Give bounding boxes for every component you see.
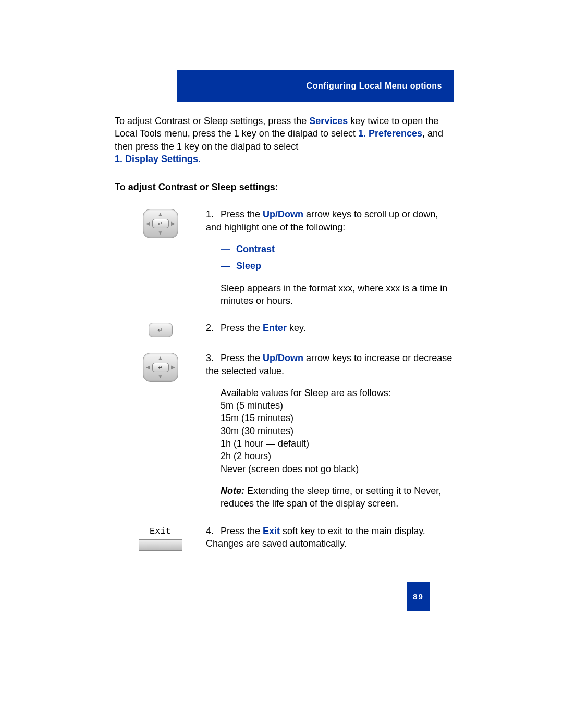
icon-column: ↵ — [115, 322, 206, 337]
sleep-value: 2h (2 hours) — [221, 451, 271, 461]
intro-paragraph: To adjust Contrast or Sleep settings, pr… — [115, 115, 454, 165]
option-contrast: Contrast — [236, 244, 275, 254]
procedure-heading: To adjust Contrast or Sleep settings: — [115, 181, 454, 193]
text: Press the — [221, 526, 263, 536]
dash: — — [221, 243, 236, 255]
step-text: 3.Press the Up/Down arrow keys to increa… — [206, 352, 454, 510]
page-number-box: 89 — [407, 582, 430, 611]
icon-column: Exit — [115, 525, 206, 551]
steps-list: ▲ ▼ ◀ ▶ ↵ 1.Press the Up/Down arrow keys… — [115, 208, 454, 551]
header-bar: Configuring Local Menu options — [177, 70, 454, 102]
sleep-value: 30m (30 minutes) — [221, 426, 293, 436]
arrow-down-icon: ▼ — [158, 374, 163, 379]
header-title: Configuring Local Menu options — [307, 81, 442, 91]
text: key. — [287, 323, 306, 333]
arrow-right-icon: ▶ — [171, 221, 175, 226]
intro-text: To adjust Contrast or Sleep settings, pr… — [115, 116, 309, 126]
content-area: To adjust Contrast or Sleep settings, pr… — [115, 115, 454, 551]
text: Sleep appears in the format xxx, where x… — [221, 282, 454, 307]
enter-key-icon: ↵ — [152, 219, 169, 228]
text: Available values for Sleep are as follow… — [221, 388, 391, 398]
page-number: 89 — [413, 592, 424, 601]
arrow-up-icon: ▲ — [158, 212, 163, 217]
step-text: 1.Press the Up/Down arrow keys to scroll… — [206, 208, 454, 307]
sleep-value: 15m (15 minutes) — [221, 413, 293, 423]
step-row: ▲ ▼ ◀ ▶ ↵ 3.Press the Up/Down arrow keys… — [115, 352, 454, 510]
nav-button-icon: ▲ ▼ ◀ ▶ ↵ — [143, 209, 178, 238]
exit-softkey-icon: Exit — [137, 526, 184, 551]
text: Press the — [221, 353, 263, 363]
document-page: Configuring Local Menu options To adjust… — [0, 70, 563, 652]
step-number: 1. — [206, 208, 221, 220]
step-row: ↵ 2.Press the Enter key. — [115, 322, 454, 337]
enter-key-icon: ↵ — [152, 363, 169, 372]
sleep-value: 1h (1 hour — default) — [221, 438, 309, 449]
enter-key-icon: ↵ — [149, 323, 173, 337]
arrow-right-icon: ▶ — [171, 365, 175, 370]
enter-label: Enter — [263, 323, 287, 333]
note-label: Note: — [221, 486, 244, 496]
display-settings-label: 1. Display Settings. — [115, 154, 201, 164]
step-text: 4.Press the Exit soft key to exit to the… — [206, 525, 454, 550]
option-sleep: Sleep — [236, 261, 261, 271]
text: Press the — [221, 209, 263, 219]
arrow-down-icon: ▼ — [158, 230, 163, 236]
step-row: Exit 4.Press the Exit soft key to exit t… — [115, 525, 454, 551]
option-list: —Contrast —Sleep — [221, 243, 454, 273]
preferences-label: 1. Preferences — [358, 128, 422, 139]
step-number: 2. — [206, 322, 221, 334]
updown-label: Up/Down — [263, 353, 303, 363]
softkey-button-icon — [139, 539, 182, 551]
nav-button-icon: ▲ ▼ ◀ ▶ ↵ — [143, 353, 178, 382]
arrow-up-icon: ▲ — [158, 355, 163, 361]
step-number: 4. — [206, 525, 221, 537]
updown-label: Up/Down — [263, 209, 303, 219]
icon-column: ▲ ▼ ◀ ▶ ↵ — [115, 208, 206, 238]
step-text: 2.Press the Enter key. — [206, 322, 454, 334]
sleep-value: Never (screen does not go black) — [221, 464, 359, 474]
exit-key-label: Exit — [150, 526, 171, 538]
text: Press the — [221, 323, 263, 333]
services-key-label: Services — [309, 116, 348, 126]
dash: — — [221, 260, 236, 272]
note-text: Extending the sleep time, or setting it … — [221, 486, 441, 509]
sleep-value: 5m (5 minutes) — [221, 400, 283, 411]
icon-column: ▲ ▼ ◀ ▶ ↵ — [115, 352, 206, 382]
arrow-left-icon: ◀ — [146, 221, 150, 226]
step-number: 3. — [206, 352, 221, 364]
step-row: ▲ ▼ ◀ ▶ ↵ 1.Press the Up/Down arrow keys… — [115, 208, 454, 307]
exit-label: Exit — [263, 526, 280, 536]
arrow-left-icon: ◀ — [146, 365, 150, 370]
